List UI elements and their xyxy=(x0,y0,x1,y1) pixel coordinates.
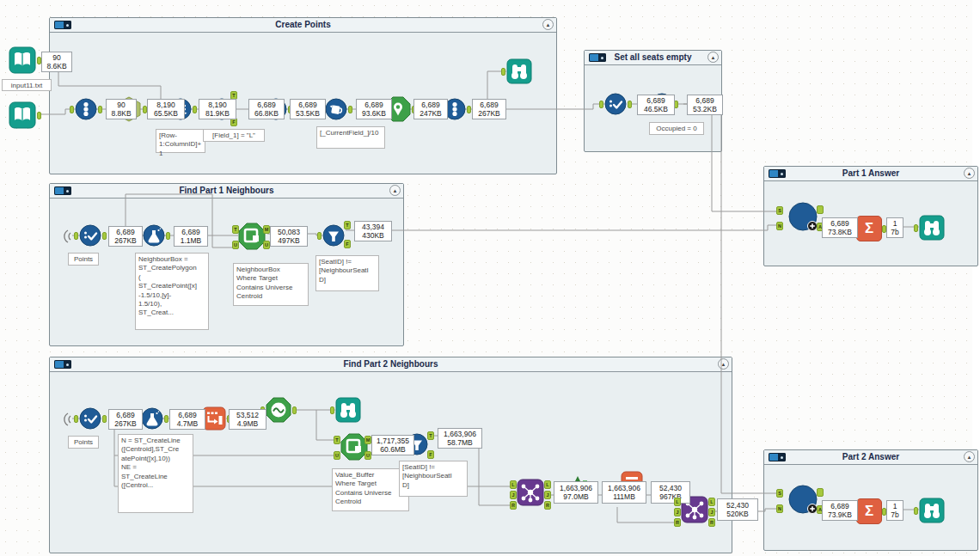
tool-annotation: [SeatID] != [NeighbourSeatI D] xyxy=(399,461,468,497)
port-join-output[interactable]: J xyxy=(544,491,551,499)
port-left-output[interactable]: L xyxy=(544,480,551,489)
port-unmatched-output[interactable]: U xyxy=(263,241,270,249)
port-right-input[interactable]: R xyxy=(674,518,681,527)
input-data-icon xyxy=(9,46,36,74)
browse-tool[interactable] xyxy=(919,215,945,241)
port-neighbours-input[interactable]: N xyxy=(776,222,783,230)
record-count-label: 908.8KB xyxy=(106,99,137,119)
port-left-input[interactable]: L xyxy=(510,480,517,489)
record-count-label: 6,68973.9KB xyxy=(822,500,858,521)
filter-tool[interactable] xyxy=(322,224,345,247)
record-count-label: 908.6KB xyxy=(41,52,72,72)
browse-tool[interactable] xyxy=(919,498,945,523)
input-data-tool[interactable] xyxy=(9,46,36,74)
macro-icon xyxy=(787,201,818,232)
summarize-tool[interactable]: Σ xyxy=(856,216,882,241)
port-join-input[interactable]: J xyxy=(510,491,517,499)
select-tool[interactable] xyxy=(79,224,101,247)
select-icon xyxy=(79,407,101,430)
browse-icon xyxy=(919,215,945,241)
record-count-label: 6,68973.8KB xyxy=(822,217,858,238)
record-count-label: 6,6891.1MB xyxy=(174,226,208,247)
record-count-label: 1,663,90658.7MB xyxy=(438,428,482,449)
wireless-connection-icon xyxy=(60,229,74,244)
port-targets-input[interactable]: T xyxy=(334,436,340,444)
record-count-label: 1,717,35560.6MB xyxy=(371,435,414,455)
browse-tool[interactable] xyxy=(335,397,361,423)
join-tool[interactable] xyxy=(517,479,544,506)
record-count-label: 50,083497KB xyxy=(270,226,308,247)
iterative-macro-tool[interactable] xyxy=(787,484,818,515)
port-true[interactable]: T xyxy=(344,221,351,229)
select-icon xyxy=(604,93,627,115)
iterative-macro-tool[interactable] xyxy=(787,201,818,232)
record-count-label: 8,19065.5KB xyxy=(147,99,185,119)
tool-annotation: NeighbourBox = ST_CreatePolygon ( ST_Cre… xyxy=(135,253,209,330)
port-neighbours-input[interactable]: N xyxy=(776,504,783,513)
record-count-label: 43,394430KB xyxy=(354,221,392,241)
record-count-label: 17b xyxy=(886,217,903,238)
port-universe-input[interactable]: U xyxy=(334,451,340,460)
port-join-output[interactable]: J xyxy=(708,508,715,516)
tool-annotation: Occupied = 0 xyxy=(649,122,704,135)
port-seats-input[interactable]: S xyxy=(776,206,783,215)
formula-tool[interactable] xyxy=(141,407,163,430)
port-right-output[interactable]: R xyxy=(708,518,715,527)
record-count-label: 53,5124.9MB xyxy=(229,409,266,430)
port-output[interactable] xyxy=(817,205,824,214)
port-false[interactable]: F xyxy=(427,450,434,459)
select-tool[interactable] xyxy=(604,93,627,115)
tool-annotation: N = ST_CreateLine ([Centroid],ST_Cre ate… xyxy=(118,434,193,513)
record-count-label: 6,6894.7MB xyxy=(169,409,205,430)
port-matched-output[interactable]: M xyxy=(364,436,371,444)
record-count-label: 1,663,90697.0MB xyxy=(554,481,598,504)
select-tool[interactable] xyxy=(79,407,101,430)
input-data-tool[interactable] xyxy=(9,101,36,129)
transpose-tool[interactable] xyxy=(202,406,226,431)
input-data-icon xyxy=(9,101,36,129)
tool-annotation: Value_Buffer Where Target Contains Unive… xyxy=(332,468,409,511)
record-id-tool[interactable] xyxy=(75,98,97,120)
multi-field-formula-tool[interactable] xyxy=(325,98,347,120)
port-right-input[interactable]: R xyxy=(510,501,517,510)
formula-tool[interactable] xyxy=(143,224,165,247)
formula-icon xyxy=(141,407,163,430)
workflow-canvas[interactable]: Create Points ▲ Set all seats empty ▲ Pa… xyxy=(0,0,980,556)
wireless-connection-icon xyxy=(60,412,74,427)
filter-icon xyxy=(322,224,345,247)
port-left-output[interactable]: L xyxy=(708,498,715,506)
macro-icon xyxy=(787,484,818,515)
port-true[interactable]: T xyxy=(427,431,434,440)
port-unmatched-output[interactable]: U xyxy=(364,451,371,460)
browse-icon xyxy=(919,498,945,523)
multi-field-formula-icon xyxy=(325,98,347,120)
select-icon xyxy=(79,224,101,247)
smooth-icon xyxy=(266,397,291,423)
record-count-label: 6,68953.5KB xyxy=(290,99,326,119)
port-output[interactable] xyxy=(817,488,824,497)
port-false[interactable]: F xyxy=(344,240,351,248)
tool-annotation: input11.txt xyxy=(2,79,52,91)
record-count-label: 6,68993.6KB xyxy=(356,99,392,119)
tool-annotation: [Row-1:ColumnID]+1 xyxy=(156,129,205,153)
port-left-input[interactable]: L xyxy=(674,498,681,506)
record-count-label: 8,19081.9KB xyxy=(199,99,236,119)
summarize-tool[interactable]: Σ xyxy=(856,498,882,524)
record-count-label: 6,689247KB xyxy=(413,99,448,119)
port-universe-input[interactable]: U xyxy=(232,241,239,249)
tool-annotation: [Field_1] = "L" xyxy=(203,129,265,142)
port-right-output[interactable]: R xyxy=(544,501,551,510)
browse-icon xyxy=(335,397,361,423)
port-seats-input[interactable]: S xyxy=(776,489,783,498)
tool-annotation: NeighbourBox Where Target Contains Unive… xyxy=(233,263,309,306)
port-join-input[interactable]: J xyxy=(674,508,681,516)
port-targets-input[interactable]: T xyxy=(232,225,239,234)
join-icon xyxy=(517,479,544,506)
spatial-match-tool[interactable] xyxy=(238,223,266,250)
port-matched-output[interactable]: M xyxy=(263,225,270,234)
smooth-tool[interactable] xyxy=(266,397,291,423)
record-count-label: 6,68946.5KB xyxy=(637,95,675,115)
record-count-label: 52,430520KB xyxy=(717,498,758,521)
browse-tool[interactable] xyxy=(506,58,532,84)
tool-annotation: Points xyxy=(68,253,99,266)
